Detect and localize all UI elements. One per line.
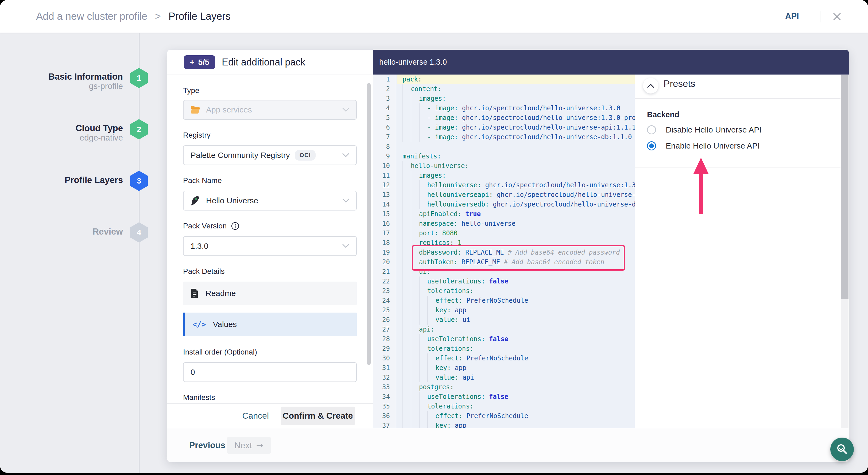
registry-select[interactable]: Palette Community Registry OCI [183, 145, 357, 165]
divider [635, 98, 840, 99]
code-line: value: api [397, 373, 635, 382]
code-line: key: app [397, 421, 635, 428]
arrow-right-icon: → [256, 440, 264, 450]
chevron-down-icon [342, 198, 349, 203]
edit-pack-dialog: + 5/5 Edit additional pack Type App serv… [167, 50, 849, 462]
dialog-scrollbar-thumb[interactable] [841, 75, 848, 299]
code-line: manifests: [397, 152, 635, 161]
line-number: 24 [373, 296, 396, 305]
line-number: 15 [373, 209, 396, 219]
line-number: 12 [373, 180, 396, 190]
cancel-button[interactable]: Cancel [242, 411, 269, 421]
line-number: 20 [373, 257, 396, 267]
code-line: effect: PreferNoSchedule [397, 353, 635, 363]
breadcrumb-separator: > [155, 11, 161, 22]
code-line: useTolerations: false [397, 392, 635, 402]
code-line: useTolerations: false [397, 334, 635, 344]
collapse-presets-button[interactable] [643, 78, 658, 94]
line-number: 37 [373, 421, 396, 428]
line-number: 6 [373, 123, 396, 132]
line-number: 33 [373, 382, 396, 392]
values-tab-label: Values [213, 320, 237, 329]
search-fab-button[interactable] [830, 438, 854, 461]
code-line: authToken: REPLACE_ME # Add base64 encod… [397, 257, 635, 267]
type-label: Type [183, 86, 199, 95]
preset-radio-selected[interactable]: Enable Hello Universe API [647, 141, 760, 150]
line-number: 35 [373, 402, 396, 411]
line-number: 36 [373, 411, 396, 421]
pack-count: 5/5 [198, 58, 210, 67]
line-number: 23 [373, 286, 396, 296]
plus-icon: + [190, 58, 194, 67]
line-number: 5 [373, 113, 396, 123]
page-title: Profile Layers [168, 11, 230, 22]
code-icon: </> [192, 320, 206, 329]
install-order-input[interactable]: 0 [183, 362, 357, 382]
chevron-down-icon [342, 108, 349, 112]
preset-radio-option-0[interactable]: Disable Hello Universe API [647, 125, 762, 134]
stepper-item-basic-information[interactable]: Basic Information [11, 72, 123, 82]
code-line: useTolerations: false [397, 277, 635, 286]
form-scrollbar-thumb[interactable] [367, 83, 371, 365]
readme-tab-label: Readme [206, 289, 236, 298]
code-line: hellouniversedb: ghcr.io/spectrocloud/he… [397, 199, 635, 209]
breadcrumb: Add a new cluster profile > Profile Laye… [36, 0, 230, 33]
next-button[interactable]: Next → [227, 437, 271, 454]
line-number: 32 [373, 373, 396, 382]
editor-header: hello-universe 1.3.0 Use defaults [373, 50, 849, 74]
stepper-item-cloud-type[interactable]: Cloud Type [11, 123, 123, 133]
page-header: Add a new cluster profile > Profile Laye… [0, 0, 868, 33]
breadcrumb-parent-link[interactable]: Add a new cluster profile [36, 11, 147, 22]
code-line [397, 142, 635, 152]
editor-gutter: 1234567891011121314151617181920212223242… [373, 74, 396, 428]
line-number: 8 [373, 142, 396, 152]
code-line: tolerations: [397, 344, 635, 353]
code-line: effect: PreferNoSchedule [397, 296, 635, 305]
pack-version-select[interactable]: 1.3.0 [183, 236, 357, 256]
step-hexagon-3[interactable]: 3 [130, 171, 148, 191]
close-icon[interactable] [832, 11, 842, 22]
code-line: effect: PreferNoSchedule [397, 411, 635, 421]
divider [635, 167, 840, 168]
step-hexagon-1[interactable]: 1 [130, 68, 148, 88]
pack-version-label-row: Pack Version [183, 222, 240, 230]
step-hexagon-4[interactable]: 4 [130, 222, 148, 243]
chevron-down-icon [342, 153, 349, 157]
line-number: 4 [373, 103, 396, 113]
code-line: ui: [397, 267, 635, 277]
pack-name-select[interactable]: Hello Universe [183, 191, 357, 211]
code-line: images: [397, 171, 635, 180]
line-number: 31 [373, 363, 396, 373]
line-number: 34 [373, 392, 396, 402]
line-number: 25 [373, 305, 396, 315]
app-window: Basic Informationgs-profile1Cloud Typeed… [0, 0, 868, 473]
radio-icon[interactable] [647, 125, 656, 134]
next-button-label: Next [235, 441, 252, 450]
api-button[interactable]: API [785, 0, 799, 33]
annotation-arrow [693, 158, 709, 214]
tab-values[interactable]: </> Values [183, 313, 357, 336]
info-icon[interactable] [231, 222, 240, 230]
type-select[interactable]: App services [183, 100, 357, 120]
step-hexagon-2[interactable]: 2 [130, 119, 148, 139]
line-number: 26 [373, 315, 396, 325]
dialog-scrollbar[interactable] [841, 74, 848, 428]
confirm-create-button[interactable]: Confirm & Create [281, 407, 355, 425]
yaml-editor[interactable]: 1234567891011121314151617181920212223242… [373, 74, 635, 428]
line-number: 28 [373, 334, 396, 344]
manifests-label: Manifests [183, 393, 215, 402]
document-icon [190, 288, 198, 298]
previous-button[interactable]: Previous [189, 428, 225, 462]
radio-selected-icon[interactable] [647, 141, 656, 150]
tab-readme[interactable]: Readme [183, 282, 357, 305]
code-line: - image: ghcr.io/spectrocloud/hello-univ… [397, 103, 635, 113]
stepper-item-review[interactable]: Review [11, 226, 123, 237]
line-number: 16 [373, 219, 396, 228]
line-number: 18 [373, 238, 396, 248]
form-header: + 5/5 Edit additional pack [167, 50, 373, 75]
dialog-title: Edit additional pack [222, 50, 305, 74]
stepper-connector-line [139, 33, 140, 473]
type-value: App services [206, 105, 252, 114]
line-number: 22 [373, 277, 396, 286]
stepper-item-profile-layers[interactable]: Profile Layers [11, 175, 123, 185]
